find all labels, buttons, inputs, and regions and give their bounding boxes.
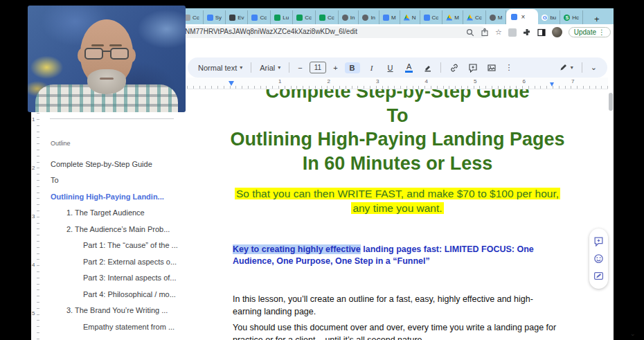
browser-tab[interactable]: In xyxy=(339,10,359,24)
page-zoom-icon[interactable] xyxy=(466,28,474,37)
address-url-text[interactable]: NM77HRVtPAsJAWq8niWazXZCe4kXazi8wKDw_6l/… xyxy=(185,28,357,35)
italic-button[interactable]: I xyxy=(365,62,379,73)
highlighter-icon xyxy=(423,63,432,72)
bold-button[interactable]: B xyxy=(345,62,360,73)
floating-action-pill xyxy=(589,229,608,289)
new-tab-button[interactable]: + xyxy=(590,14,604,24)
increase-font-button[interactable]: + xyxy=(331,62,339,73)
tab-search-chevron-icon[interactable]: ⌄ xyxy=(630,330,636,337)
outline-item[interactable]: 2. The Audience’s Main Prob... xyxy=(51,221,184,238)
chevron-down-icon: ▾ xyxy=(240,64,242,71)
browser-tab[interactable]: M xyxy=(379,10,400,24)
link-icon xyxy=(449,63,459,73)
docs-toolbar: Normal text ▾ Arial ▾ − 11 + B I U A xyxy=(188,57,607,78)
outline-item-label: 1. The Target Audience xyxy=(66,208,145,217)
font-selector[interactable]: Arial ▾ xyxy=(258,62,283,73)
browser-tab[interactable]: M xyxy=(486,10,507,24)
browser-tab[interactable]: Sy xyxy=(204,10,226,24)
outline-item-active[interactable]: −Outlining High-Paying Landin... xyxy=(51,188,184,205)
outline-item[interactable]: To xyxy=(51,172,184,189)
dark-tab-icon xyxy=(229,15,235,21)
highlight-color-button[interactable] xyxy=(421,62,434,73)
outline-item[interactable]: Part 1: The “cause” of the ... xyxy=(51,238,184,254)
tab-label: Cc xyxy=(475,15,482,21)
outline-item[interactable]: Complete Step-by-Step Guide xyxy=(51,156,184,172)
font-size-input[interactable]: 11 xyxy=(310,62,326,73)
title-line-4: In 60 Minutes or Less xyxy=(187,152,608,176)
screen: CcSyEvCcLuCcCcInInMNCcMCcM×GbuSHc + ⌄ NM… xyxy=(0,0,644,340)
outline-item-list: Complete Step-by-Step GuideTo−Outlining … xyxy=(51,156,184,335)
browser-tab[interactable]: Ev xyxy=(226,10,248,24)
browser-tab-active[interactable]: × xyxy=(506,9,538,24)
right-indent-marker[interactable] xyxy=(550,82,554,87)
docs-tab-icon xyxy=(207,15,213,21)
text-color-button[interactable]: A xyxy=(402,62,416,74)
browser-tab[interactable]: Cc xyxy=(316,10,339,24)
browser-update-button[interactable]: Update ⋮ xyxy=(569,27,611,37)
comment-add-icon xyxy=(468,63,478,73)
outline-item[interactable]: Empathy statement from ... xyxy=(51,319,184,335)
font-selector-value: Arial xyxy=(260,64,275,72)
browser-tab[interactable]: Cc xyxy=(293,10,316,24)
browser-tab[interactable]: Gbu xyxy=(538,10,560,24)
underline-button[interactable]: U xyxy=(384,62,397,73)
outline-item[interactable]: 1. The Target Audience xyxy=(51,205,184,222)
profile-avatar[interactable] xyxy=(552,27,562,37)
tab-label: M xyxy=(391,15,396,21)
ruler-number: 6 xyxy=(523,78,526,84)
extension-icon[interactable] xyxy=(508,28,517,37)
presenter-eyebrow xyxy=(91,44,104,46)
sheets-tab-icon xyxy=(274,15,280,21)
browser-tab[interactable]: Cc xyxy=(248,10,271,24)
extensions-puzzle-icon[interactable] xyxy=(523,28,531,37)
body-paragraph-2: You should use this document over and ov… xyxy=(233,321,557,340)
globe-tab-icon xyxy=(362,15,368,21)
suggest-edit-icon[interactable] xyxy=(593,271,604,281)
add-comment-icon[interactable] xyxy=(593,236,604,247)
decrease-font-button[interactable]: − xyxy=(296,62,304,73)
outline-item[interactable]: 3. The Brand You’re Writing ... xyxy=(51,303,184,319)
bookmark-star-icon[interactable]: ☆ xyxy=(495,28,502,36)
browser-tab[interactable]: Lu xyxy=(271,10,293,24)
hide-menus-button[interactable]: ⌄ xyxy=(589,62,599,73)
insert-image-button[interactable] xyxy=(485,62,499,74)
outline-item-label: Outlining High-Paying Landin... xyxy=(51,193,164,201)
ruler-number: 5 xyxy=(474,78,476,84)
outline-item[interactable]: Part 3: Internal aspects of... xyxy=(51,270,184,287)
highlighted-subtitle: So that you can then WRITE FAST, and mak… xyxy=(187,186,608,215)
editing-mode-selector[interactable]: ▾ xyxy=(557,62,575,73)
docs-tab-icon xyxy=(424,15,430,21)
globe-tab-icon xyxy=(490,15,496,21)
scrollbar-thumb[interactable] xyxy=(609,93,613,111)
outline-item-label: Empathy statement from ... xyxy=(83,323,175,331)
paragraph-style-selector[interactable]: Normal text ▾ xyxy=(196,62,244,73)
drive-tab-icon xyxy=(404,15,410,21)
horizontal-ruler[interactable]: 1234567 xyxy=(187,78,608,89)
browser-tab[interactable]: Cc xyxy=(463,10,486,24)
outline-item-label: Part 4: Philosophical / mo... xyxy=(83,290,176,298)
document-page[interactable]: Complete Step-by-Step Guide To Outlining… xyxy=(187,78,608,340)
browser-tab[interactable]: SHc xyxy=(560,10,583,24)
more-options-button[interactable]: ⋮ xyxy=(503,62,515,73)
tab-label: Cc xyxy=(305,15,312,21)
outline-item[interactable]: Part 2: External aspects o... xyxy=(51,253,184,270)
pen-icon xyxy=(559,63,568,72)
insert-link-button[interactable] xyxy=(447,62,461,74)
browser-tab[interactable]: N xyxy=(400,10,420,24)
left-indent-marker[interactable] xyxy=(229,81,234,86)
emoji-reaction-icon[interactable] xyxy=(593,253,604,264)
side-panel-icon[interactable] xyxy=(537,28,546,37)
tab-label: M xyxy=(498,15,503,21)
share-icon[interactable] xyxy=(481,28,489,37)
outline-item[interactable]: Part 4: Philosophical / mo... xyxy=(51,286,184,303)
browser-tab[interactable]: Cc xyxy=(420,10,443,24)
browser-tab[interactable]: M xyxy=(442,10,463,24)
vertical-ruler[interactable]: 12345 xyxy=(31,89,39,340)
webcam-video xyxy=(28,6,186,112)
browser-tab[interactable]: In xyxy=(359,10,379,24)
tab-label: Sy xyxy=(215,15,222,21)
tab-label: M xyxy=(454,15,459,21)
add-comment-button[interactable] xyxy=(466,62,480,74)
tab-close-icon[interactable]: × xyxy=(521,13,525,21)
ruler-number: 3 xyxy=(376,78,379,84)
